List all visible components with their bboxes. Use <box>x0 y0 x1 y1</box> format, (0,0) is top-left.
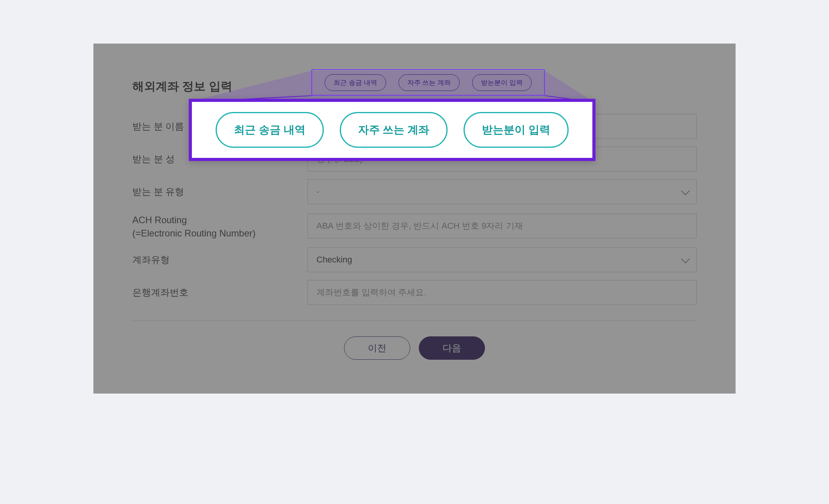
quick-fill-callout: 최근 송금 내역 자주 쓰는 계좌 받는분이 입력 <box>189 99 595 161</box>
ach-row: ACH Routing (=Electronic Routing Number)… <box>132 212 697 240</box>
recipient-type-row: 받는 분 유형 - <box>132 179 697 204</box>
prev-button[interactable]: 이전 <box>344 336 410 360</box>
frequent-accounts-pill[interactable]: 자주 쓰는 계좌 <box>340 112 448 148</box>
recipient-type-value: - <box>316 187 319 197</box>
ach-label: ACH Routing (=Electronic Routing Number) <box>132 214 307 240</box>
account-number-label: 은행계좌번호 <box>132 286 307 299</box>
form-page: 해외계좌 정보 입력 받는 분 이름 받는 분 성 성 (예: LEE) 받는 … <box>93 44 736 394</box>
account-type-row: 계좌유형 Checking <box>132 247 697 272</box>
account-type-label: 계좌유형 <box>132 253 307 266</box>
frequent-accounts-pill-small[interactable]: 자주 쓰는 계좌 <box>399 74 460 91</box>
account-type-select[interactable]: Checking <box>307 247 697 272</box>
recipient-entry-pill-small[interactable]: 받는분이 입력 <box>472 74 532 91</box>
recent-transfers-pill[interactable]: 최근 송금 내역 <box>216 112 324 148</box>
recipient-type-label: 받는 분 유형 <box>132 185 307 198</box>
button-bar: 이전 다음 <box>132 336 697 360</box>
chevron-down-icon <box>681 255 690 264</box>
recipient-type-select[interactable]: - <box>307 179 697 204</box>
quick-fill-group-small: 최근 송금 내역 자주 쓰는 계좌 받는분이 입력 <box>311 69 545 96</box>
ach-input[interactable]: ABA 번호와 상이한 경우, 반드시 ACH 번호 9자리 기재 <box>307 214 697 238</box>
divider <box>132 320 697 321</box>
chevron-down-icon <box>681 187 690 196</box>
account-number-row: 은행계좌번호 계좌번호를 입력하여 주세요. <box>132 280 697 305</box>
account-number-input[interactable]: 계좌번호를 입력하여 주세요. <box>307 280 697 305</box>
recent-transfers-pill-small[interactable]: 최근 송금 내역 <box>325 74 386 91</box>
account-type-value: Checking <box>316 255 352 265</box>
recipient-entry-pill[interactable]: 받는분이 입력 <box>464 112 569 148</box>
next-button[interactable]: 다음 <box>419 336 485 360</box>
